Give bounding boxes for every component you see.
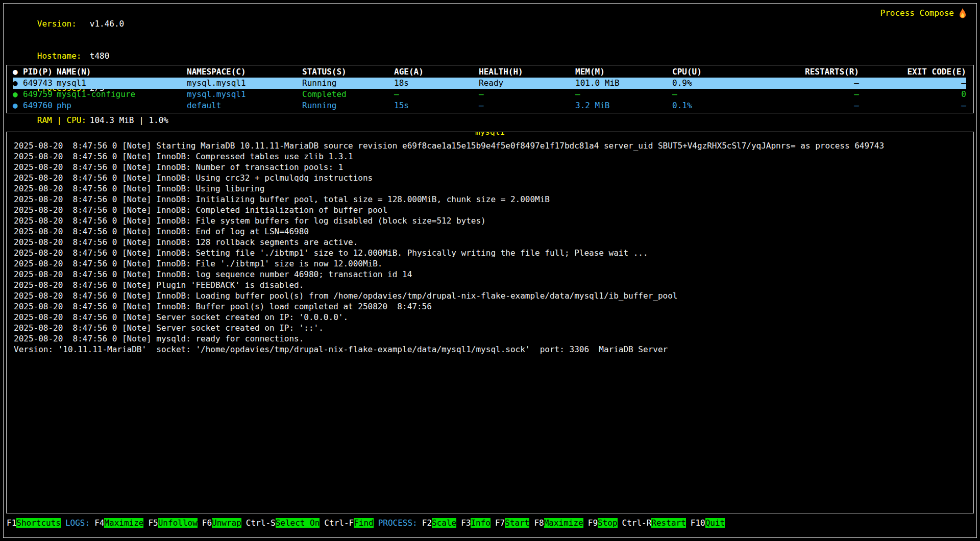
cell-namespace: mysql.mysql1 xyxy=(187,89,302,100)
cell-age: 18s xyxy=(394,78,479,89)
shortcut-key: F6 xyxy=(202,518,212,528)
column-header-namespace: NAMESPACE(C) xyxy=(187,66,302,78)
cell-age: – xyxy=(394,89,479,100)
hostname-value: t480 xyxy=(90,51,110,61)
shortcut-f6-unwrap[interactable]: F6Unwrap xyxy=(202,518,241,529)
cell-status: Running xyxy=(302,100,394,111)
process-table: ● PID(P) NAME(N) NAMESPACE(C) STATUS(S) … xyxy=(6,65,974,113)
hostname-label: Hostname: xyxy=(37,51,90,61)
shortcut-label: Stop xyxy=(598,518,618,528)
column-header-pid: PID(P) xyxy=(23,66,57,78)
log-line: 2025-08-20 8:47:56 0 [Note] InnoDB: Usin… xyxy=(14,173,966,183)
status-bullet-icon: ● xyxy=(13,78,23,89)
shortcut-ctrl-f-find[interactable]: Ctrl-FFind xyxy=(324,518,373,529)
status-bullet-icon: ● xyxy=(13,89,23,100)
log-line: 2025-08-20 8:47:56 0 [Note] Server socke… xyxy=(14,312,966,323)
log-line: 2025-08-20 8:47:56 0 [Note] InnoDB: Buff… xyxy=(14,301,966,312)
cell-pid: 649743 xyxy=(23,78,57,89)
log-line: 2025-08-20 8:47:56 0 [Note] Starting Mar… xyxy=(14,140,966,151)
cell-name: mysql1-configure xyxy=(57,89,187,100)
shortcut-label: Unwrap xyxy=(212,518,241,528)
column-header-mem: MEM(M) xyxy=(575,66,672,78)
shortcut-key: Ctrl-R xyxy=(622,518,652,528)
cell-status: Completed xyxy=(302,89,394,100)
footer-section-process: PROCESS: xyxy=(378,518,418,529)
shortcut-f1-shortcuts[interactable]: F1Shortcuts xyxy=(7,518,61,529)
fire-icon xyxy=(958,8,967,19)
log-line: Version: '10.11.11-MariaDB' socket: '/ho… xyxy=(14,344,966,355)
shortcut-key: Ctrl-S xyxy=(246,518,276,528)
shortcut-f2-scale[interactable]: F2Scale xyxy=(422,518,456,529)
footer-section-logs: LOGS: xyxy=(65,518,90,529)
shortcut-key: F10 xyxy=(691,518,705,528)
shortcut-f3-info[interactable]: F3Info xyxy=(461,518,491,529)
shortcut-label: Quit xyxy=(705,518,725,528)
log-line: 2025-08-20 8:47:56 0 [Note] Server socke… xyxy=(14,323,966,333)
cell-name: php xyxy=(57,100,187,111)
cell-restarts: – xyxy=(749,78,859,89)
log-line: 2025-08-20 8:47:56 0 [Note] Plugin 'FEED… xyxy=(14,280,966,290)
column-header-exit-code: EXIT CODE(E) xyxy=(859,66,966,78)
cell-health: – xyxy=(479,100,575,111)
log-line: 2025-08-20 8:47:56 0 [Note] InnoDB: Numb… xyxy=(14,162,966,173)
log-line: 2025-08-20 8:47:56 0 [Note] InnoDB: File… xyxy=(14,215,966,226)
cell-restarts: – xyxy=(749,100,859,111)
column-header-restarts: RESTARTS(R) xyxy=(749,66,859,78)
column-header-health: HEALTH(H) xyxy=(479,66,575,78)
shortcut-key: F1 xyxy=(7,518,16,528)
shortcut-label: Maximize xyxy=(104,518,143,528)
app-title: Process Compose xyxy=(880,8,968,19)
log-line: 2025-08-20 8:47:56 0 [Note] InnoDB: Comp… xyxy=(14,205,966,215)
shortcut-label: Restart xyxy=(651,518,685,528)
header-bullet-icon: ● xyxy=(13,66,23,78)
shortcut-key: F5 xyxy=(148,518,158,528)
cell-exit-code: – xyxy=(859,100,966,111)
process-row-mysql1[interactable]: ● 649743 mysql1 mysql.mysql1 Running 18s… xyxy=(13,78,966,89)
shortcut-f10-quit[interactable]: F10Quit xyxy=(691,518,725,529)
shortcut-key: F9 xyxy=(588,518,598,528)
version-label: Version: xyxy=(37,18,90,29)
shortcut-f5-unfollow[interactable]: F5Unfollow xyxy=(148,518,197,529)
process-table-header: ● PID(P) NAME(N) NAMESPACE(C) STATUS(S) … xyxy=(13,66,966,78)
cell-mem: 3.2 MiB xyxy=(575,100,672,111)
log-line: 2025-08-20 8:47:56 0 [Note] InnoDB: End … xyxy=(14,226,966,237)
log-panel-title: mysql1 xyxy=(475,132,505,137)
log-panel[interactable]: mysql1 2025-08-20 8:47:56 0 [Note] Start… xyxy=(6,132,974,513)
shortcut-key: F7 xyxy=(495,518,505,528)
column-header-status: STATUS(S) xyxy=(302,66,394,78)
process-row-mysql1-configure[interactable]: ● 649759 mysql1-configure mysql.mysql1 C… xyxy=(13,89,966,100)
cell-exit-code: – xyxy=(859,78,966,89)
log-line: 2025-08-20 8:47:56 0 [Note] InnoDB: Init… xyxy=(14,194,966,205)
shortcut-ctrl-s-select-on[interactable]: Ctrl-SSelect On xyxy=(246,518,320,529)
log-line: 2025-08-20 8:47:56 0 [Note] InnoDB: Load… xyxy=(14,290,966,301)
shortcut-f8-maximize[interactable]: F8Maximize xyxy=(534,518,583,529)
shortcut-label: Scale xyxy=(432,518,456,528)
version-value: v1.46.0 xyxy=(90,19,124,29)
process-row-php[interactable]: ● 649760 php default Running 15s – 3.2 M… xyxy=(13,100,966,111)
cell-mem: 101.0 MiB xyxy=(575,78,672,89)
log-line: 2025-08-20 8:47:56 0 [Note] InnoDB: File… xyxy=(14,258,966,269)
log-line: 2025-08-20 8:47:56 0 [Note] InnoDB: Sett… xyxy=(14,248,966,258)
cell-namespace: mysql.mysql1 xyxy=(187,78,302,89)
shortcut-f7-start[interactable]: F7Start xyxy=(495,518,529,529)
cell-mem: – xyxy=(575,89,672,100)
log-line: 2025-08-20 8:47:56 0 [Note] InnoDB: Comp… xyxy=(14,151,966,162)
status-bullet-icon: ● xyxy=(13,100,23,111)
shortcut-f9-stop[interactable]: F9Stop xyxy=(588,518,618,529)
shortcut-label: Maximize xyxy=(544,518,583,528)
ram-cpu-value: 104.3 MiB | 1.0% xyxy=(90,115,168,125)
column-header-name: NAME(N) xyxy=(57,66,187,78)
shortcut-label: Shortcuts xyxy=(16,518,61,528)
cell-status: Running xyxy=(302,78,394,89)
cell-cpu: 0.1% xyxy=(672,100,749,111)
app-title-text: Process Compose xyxy=(880,8,954,19)
log-line: 2025-08-20 8:47:56 0 [Note] InnoDB: log … xyxy=(14,269,966,280)
shortcut-ctrl-r-restart[interactable]: Ctrl-RRestart xyxy=(622,518,686,529)
log-line: 2025-08-20 8:47:56 0 [Note] InnoDB: 128 … xyxy=(14,237,966,248)
log-line: 2025-08-20 8:47:56 0 [Note] mysqld: read… xyxy=(14,333,966,344)
shortcut-f4-maximize[interactable]: F4Maximize xyxy=(94,518,143,529)
cell-health: Ready xyxy=(479,78,575,89)
shortcut-key: Ctrl-F xyxy=(324,518,354,528)
shortcut-key: F3 xyxy=(461,518,471,528)
log-line: 2025-08-20 8:47:56 0 [Note] InnoDB: Usin… xyxy=(14,183,966,194)
